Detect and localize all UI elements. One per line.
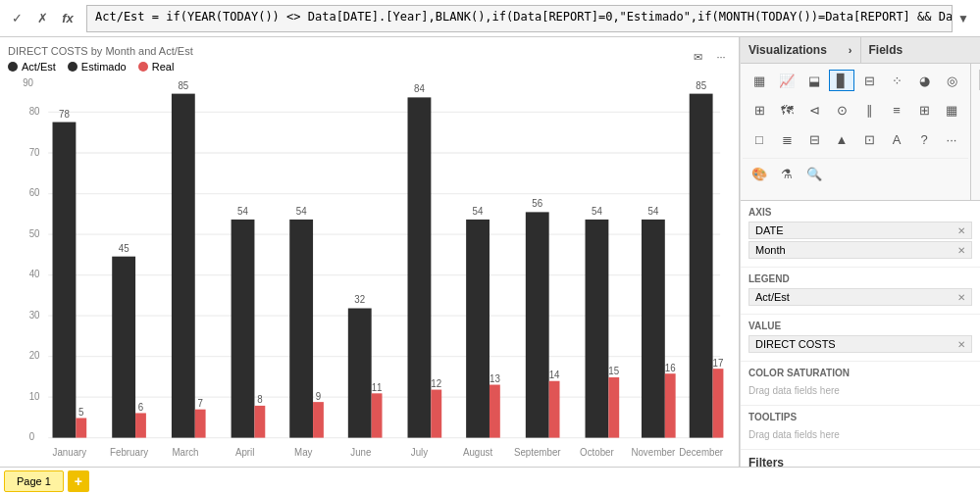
check-icon[interactable]: ✓ bbox=[6, 8, 27, 29]
waterfall-icon[interactable]: ⊟ bbox=[801, 128, 827, 150]
map-icon[interactable]: 🗺 bbox=[774, 99, 799, 121]
card-icon[interactable]: □ bbox=[747, 128, 772, 150]
svg-text:11: 11 bbox=[372, 380, 383, 393]
qa-icon[interactable]: ? bbox=[911, 128, 937, 150]
svg-text:8: 8 bbox=[257, 393, 263, 406]
svg-text:80: 80 bbox=[29, 104, 40, 117]
expand-icon[interactable]: ▼ bbox=[953, 8, 974, 29]
kpi-icon[interactable]: ∥ bbox=[856, 99, 882, 121]
multi-row-icon[interactable]: ≣ bbox=[774, 128, 799, 150]
svg-text:56: 56 bbox=[532, 197, 542, 210]
axis-date-tag[interactable]: DATE ✕ bbox=[748, 222, 972, 239]
data-group-header[interactable]: ▼ Data bbox=[971, 100, 980, 120]
pie-icon[interactable]: ◕ bbox=[911, 70, 937, 91]
svg-text:32: 32 bbox=[354, 293, 365, 306]
legend-tag[interactable]: Act/Est ✕ bbox=[748, 288, 972, 306]
ellipsis-icon[interactable]: ··· bbox=[711, 47, 731, 67]
filter-icon[interactable]: ⚗ bbox=[774, 163, 799, 184]
field-item-report[interactable]: Σ REPORT bbox=[971, 182, 980, 198]
field-item-actEst[interactable]: ✓ fx Act/Est bbox=[971, 120, 980, 135]
svg-text:0: 0 bbox=[29, 429, 35, 442]
area-chart-icon[interactable]: ⬓ bbox=[801, 70, 827, 91]
more-icon[interactable]: ··· bbox=[939, 128, 964, 150]
svg-text:December: December bbox=[679, 446, 723, 459]
formula-input[interactable]: Act/Est = if(YEAR(TODAY()) <> Data[DATE]… bbox=[86, 5, 953, 32]
image-icon[interactable]: ⊡ bbox=[856, 128, 882, 150]
shape-icon[interactable]: ▲ bbox=[829, 128, 854, 150]
gauge-icon[interactable]: ⊙ bbox=[829, 99, 854, 121]
legend-dot-real bbox=[138, 62, 148, 72]
legend-section: Legend Act/Est ✕ bbox=[741, 268, 980, 315]
main-area: DIRECT COSTS by Month and Act/Est Act/Es… bbox=[0, 37, 980, 467]
function-icon[interactable]: fx bbox=[57, 8, 78, 29]
bar-chart-icon[interactable]: ▊ bbox=[829, 70, 854, 91]
svg-text:54: 54 bbox=[647, 204, 658, 217]
field-item-project[interactable]: Σ PROJECT bbox=[971, 167, 980, 182]
field-item-directCosts[interactable]: ✓ Σ DIRECT COSTS bbox=[971, 151, 980, 167]
analytics-icon[interactable]: 🔍 bbox=[801, 163, 827, 184]
donut-icon[interactable]: ◎ bbox=[939, 70, 964, 91]
axis-date-remove[interactable]: ✕ bbox=[957, 225, 965, 236]
bottom-bar: Page 1 + bbox=[0, 467, 980, 494]
ribbon-icon[interactable]: ⊟ bbox=[856, 70, 882, 91]
legend-dot-estimado bbox=[68, 62, 77, 72]
value-remove[interactable]: ✕ bbox=[957, 339, 965, 350]
svg-text:85: 85 bbox=[696, 78, 706, 91]
svg-rect-19 bbox=[53, 123, 77, 438]
svg-rect-49 bbox=[408, 97, 432, 437]
svg-rect-39 bbox=[289, 220, 313, 438]
svg-text:August: August bbox=[463, 446, 492, 459]
line-chart-icon[interactable]: 📈 bbox=[774, 70, 799, 91]
svg-text:54: 54 bbox=[473, 204, 484, 217]
field-item-date[interactable]: ✓ 📅 DATE bbox=[971, 135, 980, 151]
svg-rect-54 bbox=[466, 220, 490, 438]
table-icon[interactable]: ⊞ bbox=[911, 99, 937, 121]
svg-rect-51 bbox=[431, 390, 441, 438]
fields-header: Fields bbox=[861, 37, 981, 63]
paint-icon[interactable]: 🎨 bbox=[747, 163, 772, 184]
legend-actEst: Act/Est bbox=[8, 61, 56, 73]
viz-arrow[interactable]: › bbox=[849, 44, 852, 56]
svg-text:40: 40 bbox=[29, 267, 40, 279]
axis-month-remove[interactable]: ✕ bbox=[957, 245, 965, 256]
svg-text:30: 30 bbox=[29, 308, 40, 321]
filters-section: Filters Visual level filters Act/Est is … bbox=[741, 450, 980, 467]
svg-text:50: 50 bbox=[29, 226, 40, 239]
svg-rect-29 bbox=[172, 94, 195, 438]
svg-text:85: 85 bbox=[178, 78, 188, 91]
scatter-icon[interactable]: ⁘ bbox=[884, 70, 909, 91]
cross-icon[interactable]: ✗ bbox=[31, 8, 53, 29]
svg-text:13: 13 bbox=[490, 371, 500, 384]
legend-estimado: Estimado bbox=[68, 61, 127, 73]
svg-text:7: 7 bbox=[197, 396, 203, 409]
svg-rect-59 bbox=[526, 212, 549, 437]
svg-text:45: 45 bbox=[119, 241, 129, 254]
svg-rect-69 bbox=[642, 220, 665, 438]
svg-rect-64 bbox=[586, 220, 609, 438]
svg-rect-66 bbox=[608, 377, 619, 438]
value-tag[interactable]: DIRECT COSTS ✕ bbox=[748, 335, 972, 353]
text-icon[interactable]: A bbox=[884, 128, 909, 150]
legend-remove[interactable]: ✕ bbox=[957, 292, 965, 303]
stacked-bar-icon[interactable]: ▦ bbox=[747, 70, 772, 91]
svg-rect-76 bbox=[713, 369, 724, 437]
page-tab-1[interactable]: Page 1 bbox=[4, 470, 64, 492]
svg-text:16: 16 bbox=[665, 361, 676, 373]
axis-month-tag[interactable]: Month ✕ bbox=[748, 241, 972, 259]
svg-text:March: March bbox=[172, 446, 198, 459]
svg-text:5: 5 bbox=[78, 405, 84, 418]
treemap-icon[interactable]: ⊞ bbox=[747, 99, 772, 121]
matrix-icon[interactable]: ▦ bbox=[939, 99, 964, 121]
svg-rect-71 bbox=[665, 373, 676, 437]
svg-text:9: 9 bbox=[316, 389, 322, 402]
add-page-button[interactable]: + bbox=[68, 470, 89, 492]
svg-rect-56 bbox=[490, 385, 500, 438]
funnel-icon[interactable]: ⊲ bbox=[801, 99, 827, 121]
svg-rect-41 bbox=[313, 402, 324, 437]
formula-icons: ✓ ✗ fx bbox=[6, 8, 78, 29]
svg-text:April: April bbox=[235, 446, 254, 459]
svg-rect-24 bbox=[112, 257, 135, 438]
slicer-icon[interactable]: ≡ bbox=[884, 99, 909, 121]
svg-text:20: 20 bbox=[29, 348, 40, 361]
envelope-icon[interactable]: ✉ bbox=[688, 47, 707, 67]
